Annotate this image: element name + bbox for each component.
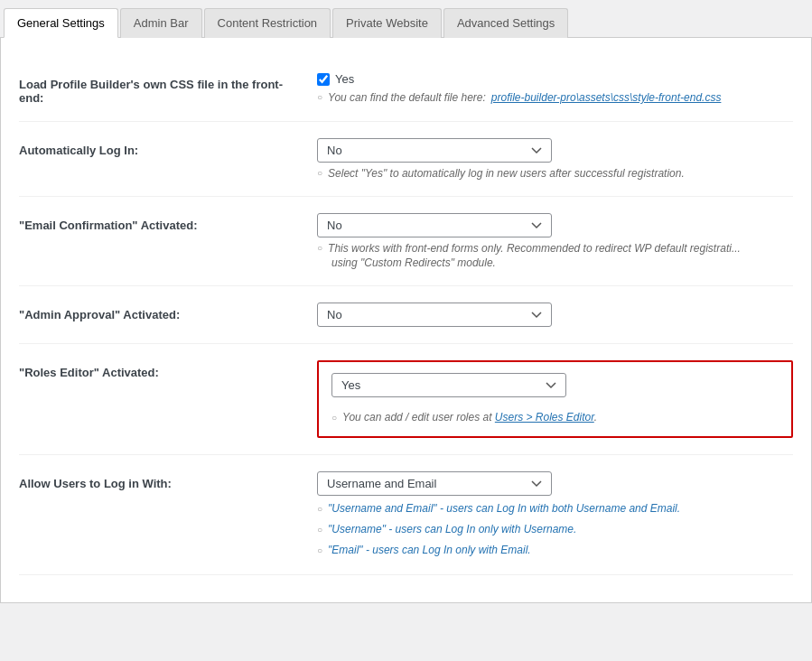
- page-wrapper: General Settings Admin Bar Content Restr…: [0, 0, 812, 661]
- css-checkbox[interactable]: [317, 73, 330, 86]
- setting-row-roles-editor: "Roles Editor" Activated: No Yes You can…: [19, 344, 793, 455]
- settings-content: Load Profile Builder's own CSS file in t…: [0, 38, 812, 603]
- setting-row-email-confirm: "Email Confirmation" Activated: No Yes T…: [19, 197, 793, 286]
- allow-login-hint3-text: "Email" - users can Log In only with Ema…: [328, 542, 531, 558]
- allow-login-select[interactable]: Username and Email Username Email: [317, 471, 552, 496]
- setting-row-admin-approval: "Admin Approval" Activated: No Yes: [19, 286, 793, 344]
- email-confirm-control: No Yes This works with front-end forms o…: [317, 213, 793, 269]
- tab-private-website[interactable]: Private Website: [332, 8, 442, 38]
- css-yes-label: Yes: [335, 72, 354, 86]
- email-confirm-hint-text: This works with front-end forms only. Re…: [328, 242, 741, 255]
- roles-editor-hint-text: You can add / edit user roles at Users >…: [342, 409, 597, 425]
- css-label: Load Profile Builder's own CSS file in t…: [19, 72, 317, 105]
- tab-general-settings[interactable]: General Settings: [4, 8, 118, 38]
- setting-row-css: Load Profile Builder's own CSS file in t…: [19, 56, 793, 122]
- nav-tabs: General Settings Admin Bar Content Restr…: [0, 0, 812, 38]
- email-confirm-label: "Email Confirmation" Activated:: [19, 213, 317, 232]
- allow-login-hint2: "Username" - users can Log In only with …: [317, 521, 793, 537]
- auto-login-label: Automatically Log In:: [19, 138, 317, 157]
- roles-editor-select[interactable]: No Yes: [331, 373, 566, 397]
- auto-login-select[interactable]: No Yes: [317, 138, 552, 163]
- roles-editor-label: "Roles Editor" Activated:: [19, 360, 317, 379]
- roles-editor-hint: You can add / edit user roles at Users >…: [331, 409, 779, 425]
- auto-login-control: No Yes Select "Yes" to automatically log…: [317, 138, 793, 180]
- roles-editor-control: No Yes You can add / edit user roles at …: [317, 360, 793, 438]
- admin-approval-select[interactable]: No Yes: [317, 303, 552, 327]
- admin-approval-control: No Yes: [317, 303, 793, 327]
- tab-admin-bar[interactable]: Admin Bar: [120, 8, 202, 38]
- allow-login-hint2-text: "Username" - users can Log In only with …: [328, 521, 576, 537]
- css-hint: You can find the default file here: prof…: [317, 91, 793, 104]
- admin-approval-label: "Admin Approval" Activated:: [19, 303, 317, 321]
- auto-login-hint: Select "Yes" to automatically log in new…: [317, 167, 793, 180]
- css-checkbox-row: Yes: [317, 72, 793, 86]
- allow-login-label: Allow Users to Log in With:: [19, 471, 317, 490]
- allow-login-hint1: "Username and Email" - users can Log In …: [317, 500, 793, 517]
- allow-login-control: Username and Email Username Email "Usern…: [317, 471, 793, 558]
- css-file-link[interactable]: profile-builder-pro\assets\css\style-fro…: [491, 91, 722, 104]
- setting-row-allow-login: Allow Users to Log in With: Username and…: [19, 455, 793, 575]
- css-hint-text: You can find the default file here:: [328, 91, 486, 104]
- email-confirm-select[interactable]: No Yes: [317, 213, 552, 237]
- roles-editor-link[interactable]: Users > Roles Editor: [495, 411, 594, 424]
- setting-row-auto-login: Automatically Log In: No Yes Select "Yes…: [19, 122, 793, 197]
- allow-login-hint1-text: "Username and Email" - users can Log In …: [328, 500, 680, 517]
- tab-advanced-settings[interactable]: Advanced Settings: [443, 8, 568, 38]
- tab-content-restriction[interactable]: Content Restriction: [204, 8, 331, 38]
- email-confirm-hint2: using "Custom Redirects" module.: [317, 256, 793, 269]
- roles-editor-highlight-box: No Yes You can add / edit user roles at …: [317, 360, 793, 438]
- allow-login-hint3: "Email" - users can Log In only with Ema…: [317, 542, 793, 558]
- email-confirm-hint: This works with front-end forms only. Re…: [317, 242, 793, 255]
- css-control: Yes You can find the default file here: …: [317, 72, 793, 104]
